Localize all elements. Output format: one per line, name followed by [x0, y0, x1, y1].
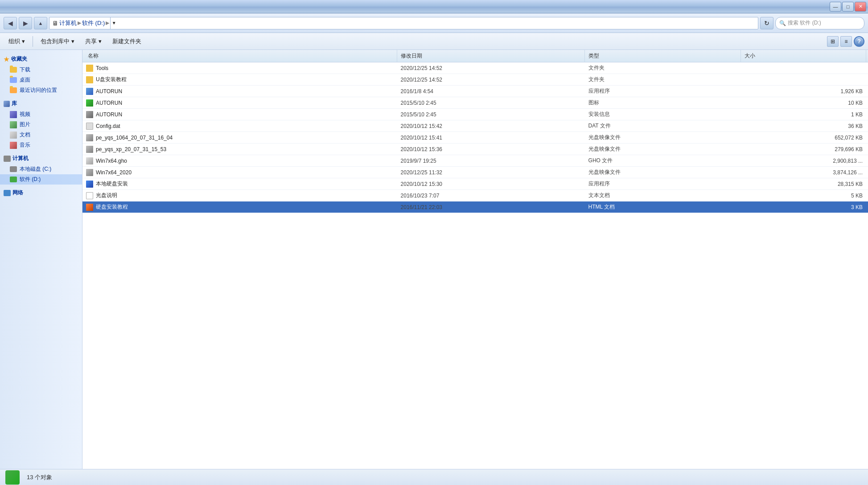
file-size: 1,926 KB: [741, 88, 866, 95]
status-icon: [5, 470, 20, 485]
file-size: 36 KB: [741, 123, 866, 129]
up-button[interactable]: ▲: [34, 17, 47, 29]
include-dropdown-icon: ▾: [71, 38, 74, 45]
breadcrumb-item-drive[interactable]: 软件 (D:): [82, 19, 105, 27]
video-icon: [10, 111, 17, 118]
col-size-header[interactable]: 大小: [741, 50, 866, 62]
file-type: 文件夹: [585, 76, 741, 83]
file-icon: [86, 169, 93, 176]
search-placeholder: 搜索 软件 (D:): [788, 19, 821, 27]
file-type: 光盘映像文件: [585, 169, 741, 176]
file-type: 应用程序: [585, 87, 741, 95]
breadcrumb-sep-1: ▶: [78, 20, 81, 26]
file-icon: [86, 134, 93, 141]
toolbar-right: ⊞ ≡ ?: [827, 36, 864, 47]
file-date: 2020/10/12 15:41: [397, 135, 585, 141]
sidebar-item-document[interactable]: 文档: [0, 130, 82, 140]
folder-icon: [10, 77, 17, 83]
view-details-button[interactable]: ≡: [840, 36, 852, 47]
search-bar[interactable]: 🔍 搜索 软件 (D:): [775, 17, 864, 29]
file-size: 279,696 KB: [741, 146, 866, 152]
folder-icon: [10, 87, 17, 93]
music-label: 音乐: [20, 141, 30, 149]
file-icon: [86, 88, 93, 95]
file-type: HTML 文档: [585, 203, 741, 211]
new-folder-button[interactable]: 新建文件夹: [107, 35, 146, 48]
sidebar-item-music[interactable]: 音乐: [0, 140, 82, 150]
toolbar: 组织 ▾ 包含到库中 ▾ 共享 ▾ 新建文件夹 ⊞ ≡ ?: [0, 33, 868, 50]
breadcrumb-dropdown[interactable]: ▼: [110, 17, 117, 29]
drive-c-icon: [10, 166, 17, 172]
table-row[interactable]: AUTORUN 2015/5/10 2:45 图标 10 KB: [82, 97, 868, 109]
refresh-button[interactable]: ↻: [760, 17, 773, 29]
file-date: 2020/10/12 15:30: [397, 181, 585, 187]
network-icon: [4, 190, 11, 196]
favorites-star-icon: ★: [4, 56, 9, 63]
table-row[interactable]: 硬盘安装教程 2016/11/21 22:03 HTML 文档 3 KB: [82, 201, 868, 213]
table-row[interactable]: Config.dat 2020/10/12 15:42 DAT 文件 36 KB: [82, 120, 868, 132]
file-size: 2,900,813 ...: [741, 158, 866, 164]
breadcrumb-sep-2: ▶: [106, 20, 109, 26]
picture-label: 图片: [20, 121, 30, 128]
table-row[interactable]: U盘安装教程 2020/12/25 14:52 文件夹: [82, 74, 868, 86]
organize-button[interactable]: 组织 ▾: [4, 35, 30, 48]
col-name-header[interactable]: 名称: [84, 50, 397, 62]
library-section: 库 视频 图片 文档 音乐: [0, 98, 82, 150]
file-name-cell: pe_yqs_1064_20_07_31_16_04: [84, 134, 397, 141]
file-name: Config.dat: [96, 123, 120, 129]
table-row[interactable]: 本地硬盘安装 2020/10/12 15:30 应用程序 28,315 KB: [82, 178, 868, 190]
table-row[interactable]: Win7x64_2020 2020/12/25 11:32 光盘映像文件 3,8…: [82, 167, 868, 178]
sidebar-item-drive-c[interactable]: 本地磁盘 (C:): [0, 164, 82, 174]
sidebar-item-video[interactable]: 视频: [0, 109, 82, 119]
table-row[interactable]: Win7x64.gho 2019/9/7 19:25 GHO 文件 2,900,…: [82, 155, 868, 167]
sidebar-item-recent[interactable]: 最近访问的位置: [0, 85, 82, 95]
file-name-cell: 硬盘安装教程: [84, 203, 397, 211]
file-name-cell: AUTORUN: [84, 88, 397, 95]
col-type-header[interactable]: 类型: [585, 50, 741, 62]
file-name-cell: Win7x64_2020: [84, 169, 397, 176]
file-icon: [86, 99, 93, 107]
help-button[interactable]: ?: [854, 36, 864, 47]
file-date: 2016/11/21 22:03: [397, 204, 585, 210]
breadcrumb-item-computer[interactable]: 计算机: [59, 19, 77, 27]
share-button[interactable]: 共享 ▾: [80, 35, 107, 48]
table-row[interactable]: AUTORUN 2015/5/10 2:45 安装信息 1 KB: [82, 109, 868, 120]
table-row[interactable]: pe_yqs_1064_20_07_31_16_04 2020/10/12 15…: [82, 132, 868, 144]
sidebar-item-desktop[interactable]: 桌面: [0, 75, 82, 85]
back-button[interactable]: ◀: [4, 17, 17, 29]
col-modified-header[interactable]: 修改日期: [397, 50, 585, 62]
sidebar-item-download[interactable]: 下载: [0, 65, 82, 75]
minimize-button[interactable]: —: [830, 2, 841, 12]
file-name: AUTORUN: [96, 88, 122, 95]
sidebar-item-drive-d[interactable]: 软件 (D:): [0, 174, 82, 185]
maximize-button[interactable]: □: [842, 2, 854, 12]
file-name-cell: pe_yqs_xp_20_07_31_15_53: [84, 146, 397, 153]
file-list-area: 名称 修改日期 类型 大小 Tools 2020/12/25 14:52 文件夹: [82, 50, 868, 469]
view-toggle-button[interactable]: ⊞: [827, 36, 839, 47]
table-row[interactable]: 光盘说明 2016/10/23 7:07 文本文档 5 KB: [82, 190, 868, 201]
toolbar-sep-1: [33, 36, 33, 47]
status-bar: 13 个对象: [0, 469, 868, 485]
close-button[interactable]: ✕: [855, 2, 866, 12]
table-row[interactable]: Tools 2020/12/25 14:52 文件夹: [82, 62, 868, 74]
file-type: 光盘映像文件: [585, 134, 741, 141]
table-row[interactable]: pe_yqs_xp_20_07_31_15_53 2020/10/12 15:3…: [82, 144, 868, 155]
sidebar-item-picture[interactable]: 图片: [0, 119, 82, 130]
file-type: GHO 文件: [585, 157, 741, 164]
file-type: 安装信息: [585, 111, 741, 118]
file-size: 5 KB: [741, 193, 866, 199]
file-type: 图标: [585, 99, 741, 107]
file-icon: [86, 65, 93, 72]
organize-label: 组织: [8, 37, 20, 45]
file-type: DAT 文件: [585, 122, 741, 130]
file-name: 硬盘安装教程: [96, 203, 128, 211]
share-label: 共享: [85, 37, 97, 45]
file-name-cell: AUTORUN: [84, 111, 397, 118]
table-row[interactable]: AUTORUN 2016/1/8 4:54 应用程序 1,926 KB: [82, 86, 868, 97]
forward-button[interactable]: ▶: [19, 17, 32, 29]
file-date: 2015/5/10 2:45: [397, 100, 585, 106]
computer-icon: [4, 156, 11, 162]
include-library-button[interactable]: 包含到库中 ▾: [36, 35, 79, 48]
file-size: 3 KB: [741, 204, 866, 210]
file-name: U盘安装教程: [96, 76, 127, 83]
